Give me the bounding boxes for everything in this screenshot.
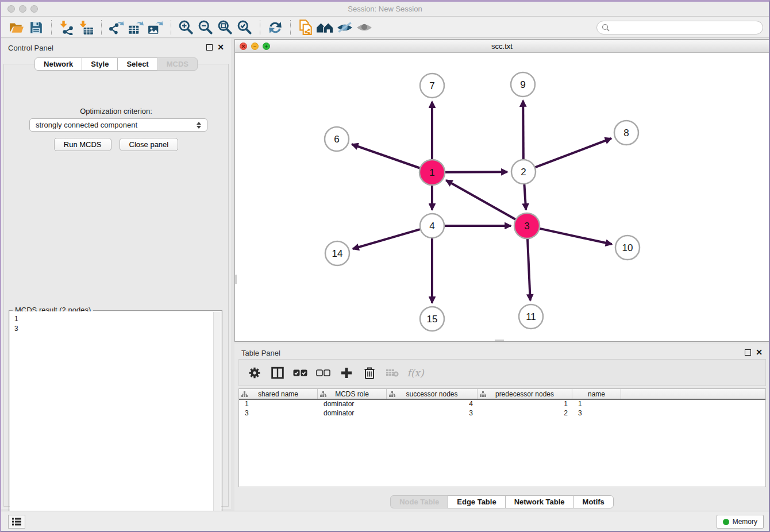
mcds-tab-content: Optimization criterion: strongly connect… <box>3 64 229 507</box>
export-network-button[interactable] <box>107 19 126 36</box>
import-network-icon <box>59 20 74 35</box>
refresh-layout-button[interactable] <box>265 19 285 36</box>
main-toolbar <box>1 17 769 38</box>
main-titlebar: Session: New Session <box>1 2 769 17</box>
zoom-in-button[interactable] <box>176 19 196 36</box>
column-header-successor-nodes[interactable]: successor nodes <box>387 389 478 399</box>
tab-network[interactable]: Network <box>34 57 82 71</box>
dropdown-value: strongly connected component <box>36 121 137 129</box>
delete-table-button[interactable] <box>385 365 400 380</box>
zoom-in-icon <box>178 20 194 36</box>
close-panel-button[interactable]: Close panel <box>120 138 179 151</box>
graph-edge-2-8[interactable] <box>536 138 611 167</box>
float-panel-icon[interactable] <box>745 349 751 356</box>
table-row[interactable]: 1 dominator 4 1 1 <box>239 400 765 409</box>
graph-node-label-3: 3 <box>524 221 529 232</box>
open-session-button[interactable] <box>7 19 26 36</box>
import-table-button[interactable] <box>76 19 96 36</box>
column-label: name <box>588 390 605 398</box>
eye-slash-icon <box>336 21 353 34</box>
column-header-name[interactable]: name <box>572 389 621 399</box>
graph-edge-1-6[interactable] <box>352 144 420 168</box>
graph-edge-4-14[interactable] <box>353 229 420 249</box>
memory-button[interactable]: Memory <box>717 515 764 529</box>
graph-node-label-4: 4 <box>429 221 434 232</box>
first-neighbors-button[interactable] <box>315 19 335 36</box>
cell-mcds-role[interactable]: dominator <box>318 400 387 409</box>
cell-successor-nodes[interactable]: 3 <box>387 409 478 418</box>
graph-edge-3-11[interactable] <box>528 238 530 300</box>
network-canvas[interactable]: 7968124314101511 <box>235 53 769 341</box>
graph-edge-3-10[interactable] <box>539 229 611 244</box>
mcds-result-box: MCDS result (2 nodes) 1 3 <box>9 310 222 529</box>
table-panel-tabs: Node Table Edge Table Network Table Moti… <box>234 495 769 508</box>
clone-network-button[interactable] <box>296 19 315 36</box>
column-header-predecessor-nodes[interactable]: predecessor nodes <box>478 389 572 399</box>
zoom-out-button[interactable] <box>196 19 215 36</box>
graph-edge-1-2[interactable] <box>445 172 507 172</box>
tab-mcds[interactable]: MCDS <box>157 57 198 71</box>
column-header-shared-name[interactable]: shared name <box>239 389 318 399</box>
column-label: MCDS role <box>335 390 369 398</box>
import-network-button[interactable] <box>57 19 76 36</box>
export-image-button[interactable] <box>146 19 165 36</box>
hide-selected-button[interactable] <box>335 19 355 36</box>
optimization-criterion-dropdown[interactable]: strongly connected component <box>29 118 207 132</box>
result-scrollbar[interactable] <box>213 312 221 527</box>
add-column-button[interactable] <box>339 365 354 380</box>
eye-icon <box>356 21 373 34</box>
cell-predecessor-nodes[interactable]: 1 <box>478 400 572 409</box>
delete-column-button[interactable] <box>362 365 377 380</box>
float-panel-icon[interactable] <box>206 44 213 51</box>
cell-mcds-role[interactable]: dominator <box>318 409 387 418</box>
cell-shared-name[interactable]: 3 <box>239 409 318 418</box>
unchecked-boxes-icon <box>316 369 331 377</box>
column-type-icon <box>480 391 486 397</box>
tab-motifs[interactable]: Motifs <box>573 495 614 508</box>
close-panel-icon[interactable]: ✕ <box>217 43 224 52</box>
graph-edge-2-3[interactable] <box>524 184 526 210</box>
zoom-fit-button[interactable] <box>215 19 235 36</box>
mcds-result-list[interactable]: 1 3 <box>10 311 221 527</box>
cell-successor-nodes[interactable]: 4 <box>387 400 478 409</box>
select-all-button[interactable] <box>293 365 308 380</box>
canvas-resize-handle[interactable] <box>495 340 504 341</box>
zoom-selected-button[interactable] <box>235 19 255 36</box>
deselect-all-button[interactable] <box>316 365 331 380</box>
tab-edge-table[interactable]: Edge Table <box>448 495 505 508</box>
memory-label: Memory <box>733 518 757 526</box>
run-mcds-button[interactable]: Run MCDS <box>54 138 111 151</box>
export-table-button[interactable] <box>126 19 146 36</box>
tab-style[interactable]: Style <box>82 57 118 71</box>
show-all-button[interactable] <box>355 19 374 36</box>
save-session-button[interactable] <box>26 19 46 36</box>
column-label: shared name <box>258 390 298 398</box>
status-bar: Memory <box>1 511 769 531</box>
graph-edge-2-9[interactable] <box>523 101 523 159</box>
table-settings-button[interactable] <box>247 365 262 380</box>
graph-node-label-10: 10 <box>622 242 633 253</box>
canvas-resize-handle[interactable] <box>235 275 237 284</box>
cell-name[interactable]: 1 <box>572 400 621 409</box>
search-input[interactable] <box>613 24 758 32</box>
tab-select[interactable]: Select <box>117 57 157 71</box>
graph-node-label-6: 6 <box>334 134 339 145</box>
column-view-button[interactable] <box>270 365 285 380</box>
close-panel-icon[interactable]: ✕ <box>756 348 763 357</box>
graph-edge-3-1[interactable] <box>446 180 515 219</box>
trash-icon <box>364 367 375 379</box>
cell-shared-name[interactable]: 1 <box>239 400 318 409</box>
zoom-selected-icon <box>237 20 253 36</box>
cell-predecessor-nodes[interactable]: 2 <box>478 409 572 418</box>
graph-node-label-7: 7 <box>429 80 434 91</box>
function-builder-button[interactable]: f(x) <box>408 365 423 380</box>
task-history-button[interactable] <box>8 515 25 529</box>
optimization-criterion-label: Optimization criterion: <box>4 107 228 115</box>
table-row[interactable]: 3 dominator 3 2 3 <box>239 409 765 418</box>
column-header-mcds-role[interactable]: MCDS role <box>318 389 387 399</box>
zoom-fit-icon <box>217 20 233 36</box>
tab-node-table[interactable]: Node Table <box>390 495 448 508</box>
search-field[interactable] <box>596 21 763 34</box>
tab-network-table[interactable]: Network Table <box>505 495 574 508</box>
cell-name[interactable]: 3 <box>572 409 621 418</box>
